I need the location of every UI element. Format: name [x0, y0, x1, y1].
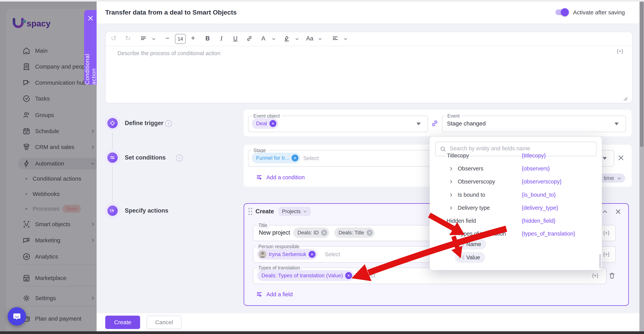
chevron-right-icon	[448, 206, 454, 211]
braces-icon: {···}	[458, 255, 464, 260]
chip-remove-icon[interactable]	[308, 251, 316, 258]
bold-button[interactable]: B	[206, 35, 210, 42]
align-button[interactable]	[332, 35, 338, 42]
select-arrow-icon[interactable]	[602, 157, 607, 160]
create-button[interactable]: Create	[105, 316, 140, 329]
italic-button[interactable]: I	[220, 35, 222, 42]
chevron-right-icon	[448, 179, 454, 184]
chevron-down-icon[interactable]	[343, 36, 348, 41]
add-field-button[interactable]: Add a field	[256, 291, 293, 298]
bottom-edge-strip	[0, 331, 644, 334]
dropdown-token: {titlecopy}	[522, 152, 546, 159]
dropdown-item-delivery-type[interactable]: Delivery type	[448, 205, 490, 211]
chat-icon	[12, 312, 21, 321]
link-fields-icon[interactable]	[430, 119, 439, 128]
undo-button[interactable]: ↺	[111, 34, 116, 42]
chip-remove-icon[interactable]	[345, 272, 352, 279]
dropdown-item-value[interactable]: {···} Value	[455, 252, 485, 263]
insert-variable-button[interactable]: {+}	[592, 273, 598, 279]
dropdown-item-observers[interactable]: Observers	[448, 165, 484, 172]
font-size-decrease-button[interactable]: −	[165, 34, 169, 42]
remove-condition-icon[interactable]	[618, 154, 624, 161]
font-size-value[interactable]: 14	[175, 34, 186, 44]
collapse-action-icon[interactable]	[602, 209, 608, 215]
chat-launcher-button[interactable]	[8, 307, 26, 326]
chip-remove-icon[interactable]	[270, 120, 276, 127]
text-case-button[interactable]: Aa	[306, 35, 314, 42]
chip-remove-icon[interactable]	[321, 230, 327, 236]
app-root: spacy Main Company and people Communicat…	[0, 0, 644, 334]
chip-remove-icon[interactable]	[292, 155, 298, 161]
conditional-action-drawer-tab[interactable]: Conditional action	[84, 10, 96, 85]
window-scrollbar[interactable]	[640, 1, 644, 331]
dropdown-token: {observerscopy}	[522, 178, 562, 185]
close-icon[interactable]	[87, 15, 94, 21]
chevron-down-icon[interactable]	[295, 36, 300, 41]
toolbar-divider	[106, 46, 631, 46]
person-select-placeholder[interactable]: Select	[325, 251, 340, 258]
dropdown-item-is-bound-to[interactable]: Is bound to	[448, 192, 485, 198]
action-entity-select[interactable]: Projects	[278, 207, 311, 216]
event-value: Stage changed	[447, 120, 486, 127]
dropdown-scrollbar[interactable]	[599, 254, 601, 269]
underline-button[interactable]: U	[233, 35, 238, 42]
insert-variable-button[interactable]: {+}	[603, 251, 610, 257]
select-arrow-icon[interactable]	[614, 123, 619, 125]
dropdown-item-titlecopy[interactable]: Titlecopy	[447, 152, 469, 159]
info-icon[interactable]: i	[176, 155, 183, 161]
resize-handle[interactable]	[622, 95, 628, 101]
chevron-down-icon[interactable]	[152, 36, 156, 41]
search-icon	[440, 146, 446, 152]
types-select-placeholder[interactable]: Select	[360, 273, 376, 279]
line-height-button[interactable]	[140, 35, 146, 42]
cancel-button[interactable]: Cancel	[146, 316, 182, 329]
dropdown-item-name[interactable]: {···} Name	[455, 239, 486, 250]
dropdown-token: {observers}	[522, 165, 550, 172]
event-object-chip[interactable]: Deal	[252, 118, 278, 129]
highlight-button[interactable]	[283, 35, 290, 42]
redo-button[interactable]: ↻	[125, 34, 131, 42]
text-color-button[interactable]: A	[262, 35, 266, 42]
add-condition-button[interactable]: Add a condition	[256, 174, 305, 181]
delete-field-icon[interactable]	[608, 272, 616, 279]
braces-icon: {···}	[458, 242, 464, 247]
stage-chip[interactable]: Funnel for tr...	[252, 153, 300, 163]
select-arrow-icon[interactable]	[416, 123, 421, 125]
page-title: Transfer data from a deal to Smart Objec…	[105, 8, 237, 16]
event-field[interactable]: Event Stage changed	[442, 116, 626, 132]
chip-remove-icon[interactable]	[366, 230, 372, 236]
chevron-down-icon[interactable]	[318, 36, 322, 41]
trigger-step-icon	[105, 115, 120, 131]
types-chip[interactable]: Deals: Types of translation (Value)	[257, 270, 354, 281]
event-object-field[interactable]: Event object Deal	[248, 116, 428, 132]
info-icon[interactable]: i	[165, 120, 172, 127]
add-lines-icon	[256, 291, 263, 298]
actions-step-label: Specify actions	[125, 207, 168, 214]
chevron-down-icon	[303, 209, 307, 214]
dropdown-item-observerscopy[interactable]: Observerscopy	[448, 178, 495, 185]
insert-variable-button[interactable]: {+}	[603, 230, 610, 236]
dropdown-item-types-of-translation[interactable]: Types of translation	[448, 231, 506, 237]
stage-select-placeholder[interactable]: Select	[303, 155, 319, 161]
drag-handle-icon[interactable]	[248, 207, 253, 216]
title-chip-deals-id[interactable]: Deals: ID	[293, 228, 329, 238]
chevron-down-icon	[448, 231, 454, 236]
link-button[interactable]	[246, 35, 253, 42]
font-size-increase-button[interactable]: +	[191, 34, 195, 42]
insert-variable-button[interactable]: {+}	[617, 48, 623, 54]
chevron-right-icon	[448, 192, 454, 197]
title-chip-deals-title[interactable]: Deals: Title	[334, 228, 374, 238]
person-chip[interactable]: Iryna Serbeniuk	[257, 249, 318, 260]
chevron-right-icon	[448, 166, 454, 171]
action-verb: Create	[256, 208, 274, 215]
editor-placeholder[interactable]: Describe the process of conditional acti…	[118, 50, 220, 56]
chevron-down-icon[interactable]	[272, 36, 276, 41]
step-connector	[112, 167, 113, 202]
modal-overlay	[0, 1, 96, 331]
dropdown-item-hidden-field[interactable]: Hidden field	[446, 218, 476, 224]
fields-dropdown: Search by entity and fields name Titleco…	[430, 137, 602, 270]
actions-step-icon	[105, 203, 120, 218]
activate-toggle-knob[interactable]	[561, 8, 569, 16]
add-lines-icon	[256, 174, 263, 181]
remove-action-icon[interactable]	[615, 208, 622, 215]
